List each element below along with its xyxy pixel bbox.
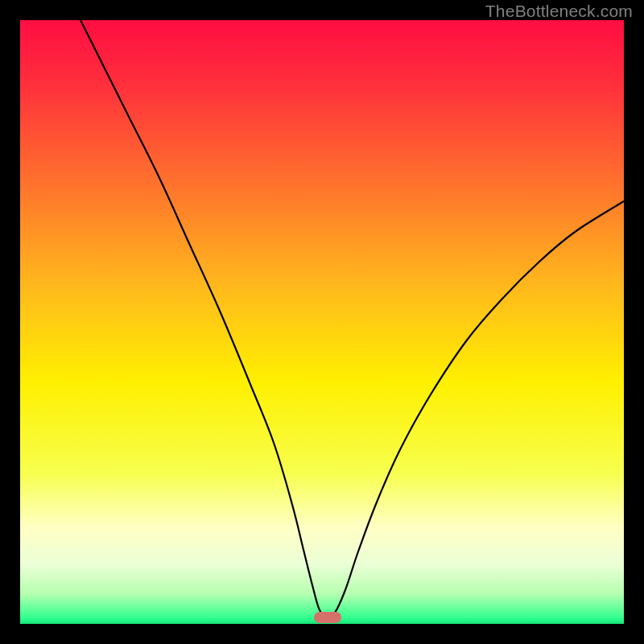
plot-area [20, 20, 624, 624]
bottleneck-curve [20, 20, 624, 624]
curve-path [80, 20, 624, 617]
watermark-text: TheBottleneck.com [485, 2, 633, 21]
chart-frame: TheBottleneck.com [0, 0, 644, 644]
minimum-marker [314, 612, 341, 623]
